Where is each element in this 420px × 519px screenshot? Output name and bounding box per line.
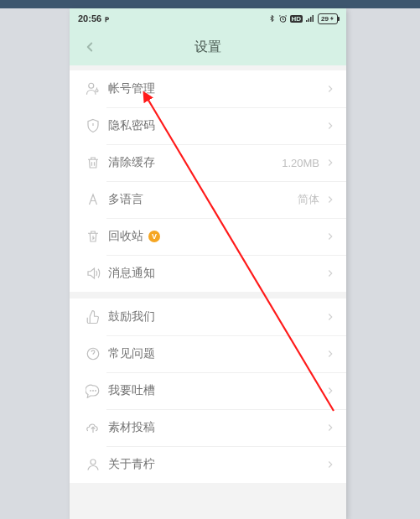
row-notifications[interactable]: 消息通知 <box>70 255 346 292</box>
row-account[interactable]: 帐号管理 <box>70 70 346 107</box>
row-label: 回收站 <box>108 229 143 244</box>
shield-icon <box>80 118 106 133</box>
chevron-right-icon <box>324 157 336 169</box>
svg-point-1 <box>89 83 94 88</box>
window-titlebar <box>0 0 420 8</box>
row-label: 素材投稿 <box>108 420 155 435</box>
chevron-right-icon <box>324 120 336 132</box>
status-bar: 20:56 ᴘ HD 29 <box>70 8 346 29</box>
font-icon <box>80 192 106 207</box>
alarm-icon <box>278 14 288 23</box>
row-clear-cache[interactable]: 清除缓存 1.20MB <box>70 144 346 181</box>
settings-group-2: 鼓励我们 常见问题 我要吐槽 <box>70 298 346 483</box>
trash-icon <box>80 155 106 170</box>
status-p-icon: ᴘ <box>105 14 109 23</box>
chevron-right-icon <box>324 311 336 323</box>
thumb-icon <box>80 309 106 324</box>
row-label: 清除缓存 <box>108 155 155 170</box>
sound-icon <box>80 266 106 281</box>
signal-icon <box>305 14 315 23</box>
upload-icon <box>80 420 106 435</box>
settings-content: 帐号管理 隐私密码 清除缓存 <box>70 70 346 483</box>
vip-badge: V <box>148 231 160 242</box>
row-recycle[interactable]: 回收站 V <box>70 218 346 255</box>
row-label: 常见问题 <box>108 346 155 361</box>
battery-value: 29 <box>321 15 329 23</box>
hd-icon: HD <box>290 15 303 23</box>
chevron-right-icon <box>324 385 336 397</box>
user-icon <box>80 81 106 96</box>
row-faq[interactable]: 常见问题 <box>70 335 346 372</box>
chevron-right-icon <box>324 348 336 360</box>
row-label: 消息通知 <box>108 266 155 281</box>
svg-point-4 <box>91 391 91 392</box>
chevron-right-icon <box>324 459 336 470</box>
phone-frame: 20:56 ᴘ HD 29 设置 <box>70 8 346 519</box>
nav-bar: 设置 <box>70 29 346 65</box>
svg-point-7 <box>91 459 96 465</box>
bluetooth-icon <box>268 13 276 23</box>
chevron-right-icon <box>324 194 336 205</box>
svg-point-2 <box>96 90 98 92</box>
row-label: 我要吐槽 <box>108 383 155 398</box>
about-icon <box>80 457 106 472</box>
svg-point-6 <box>96 391 96 392</box>
page-title: 设置 <box>194 39 221 56</box>
status-time: 20:56 <box>78 13 101 23</box>
help-icon <box>80 346 106 361</box>
chevron-right-icon <box>324 422 336 433</box>
row-feedback[interactable]: 我要吐槽 <box>70 372 346 409</box>
row-about[interactable]: 关于青柠 <box>70 446 346 483</box>
chevron-right-icon <box>324 231 336 242</box>
battery-icon: 29 <box>318 13 338 24</box>
chevron-right-icon <box>324 267 336 279</box>
row-submit[interactable]: 素材投稿 <box>70 409 346 446</box>
row-label: 隐私密码 <box>108 118 155 133</box>
row-value: 1.20MB <box>282 157 319 169</box>
row-encourage[interactable]: 鼓励我们 <box>70 298 346 335</box>
row-value: 简体 <box>298 192 319 207</box>
row-privacy[interactable]: 隐私密码 <box>70 107 346 144</box>
row-language[interactable]: 多语言 简体 <box>70 181 346 218</box>
row-label: 关于青柠 <box>108 457 155 472</box>
chat-icon <box>80 383 106 398</box>
row-label: 多语言 <box>108 192 143 207</box>
back-button[interactable] <box>75 29 105 65</box>
chevron-right-icon <box>324 83 336 95</box>
row-label: 帐号管理 <box>108 81 155 96</box>
recycle-icon <box>80 229 106 244</box>
svg-point-5 <box>93 391 94 392</box>
settings-group-1: 帐号管理 隐私密码 清除缓存 <box>70 70 346 292</box>
row-label: 鼓励我们 <box>108 309 155 324</box>
